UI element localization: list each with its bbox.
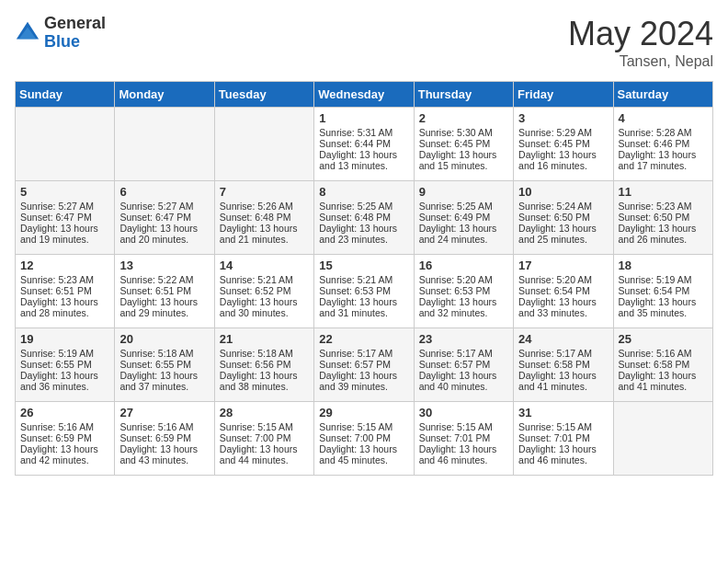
month-year: May 2024 <box>568 15 713 53</box>
day-info-line: Sunrise: 5:15 AM <box>319 421 408 432</box>
day-info-line: Sunset: 6:54 PM <box>518 285 608 296</box>
calendar-cell: 1Sunrise: 5:31 AMSunset: 6:44 PMDaylight… <box>314 108 414 181</box>
calendar-cell: 22Sunrise: 5:17 AMSunset: 6:57 PMDayligh… <box>314 328 414 402</box>
day-info-line: Sunset: 7:01 PM <box>419 432 508 443</box>
day-info-line: Daylight: 13 hours <box>20 443 109 454</box>
day-of-week-header: Thursday <box>414 82 513 108</box>
day-number: 13 <box>119 259 209 272</box>
day-info-line: and 37 minutes. <box>119 381 209 392</box>
day-number: 17 <box>518 259 608 272</box>
day-number: 20 <box>119 332 209 346</box>
day-of-week-header: Wednesday <box>314 82 414 108</box>
day-number: 30 <box>419 406 508 419</box>
day-info-line: Sunset: 6:56 PM <box>220 359 309 370</box>
calendar-cell: 28Sunrise: 5:15 AMSunset: 7:00 PMDayligh… <box>214 402 313 476</box>
day-info-line: Daylight: 13 hours <box>220 443 309 454</box>
day-info-line: and 43 minutes. <box>119 454 209 465</box>
day-info-line: Sunset: 7:00 PM <box>220 432 309 443</box>
day-info-line: Sunrise: 5:15 AM <box>419 421 508 432</box>
day-info-line: Daylight: 13 hours <box>619 296 708 307</box>
calendar-cell: 30Sunrise: 5:15 AMSunset: 7:01 PMDayligh… <box>414 402 513 476</box>
calendar-cell: 12Sunrise: 5:23 AMSunset: 6:51 PMDayligh… <box>16 255 115 328</box>
day-number: 11 <box>619 185 708 199</box>
day-info-line: Sunrise: 5:25 AM <box>419 201 508 212</box>
day-info-line: Sunset: 6:58 PM <box>619 359 708 370</box>
day-info-line: and 30 minutes. <box>220 307 309 318</box>
calendar-cell: 9Sunrise: 5:25 AMSunset: 6:49 PMDaylight… <box>414 181 513 255</box>
calendar-cell: 25Sunrise: 5:16 AMSunset: 6:58 PMDayligh… <box>613 328 712 402</box>
day-number: 3 <box>518 111 608 125</box>
day-info-line: Sunrise: 5:29 AM <box>518 127 608 138</box>
calendar-cell <box>214 108 313 181</box>
day-info-line: Daylight: 13 hours <box>319 296 408 307</box>
day-info-line: and 20 minutes. <box>119 234 209 245</box>
day-info-line: Daylight: 13 hours <box>619 149 708 160</box>
day-info-line: Sunrise: 5:17 AM <box>518 348 608 359</box>
day-info-line: Sunset: 6:58 PM <box>518 359 608 370</box>
day-number: 22 <box>319 332 408 346</box>
day-number: 31 <box>518 406 608 419</box>
day-number: 4 <box>619 111 708 125</box>
day-info-line: Sunset: 7:01 PM <box>518 432 608 443</box>
day-info-line: Sunset: 6:51 PM <box>119 285 209 296</box>
day-info-line: Daylight: 13 hours <box>518 370 608 381</box>
day-info-line: Sunset: 6:48 PM <box>319 212 408 223</box>
day-info-line: and 41 minutes. <box>619 381 708 392</box>
day-number: 16 <box>419 259 508 272</box>
day-info-line: Daylight: 13 hours <box>20 370 109 381</box>
calendar-cell: 7Sunrise: 5:26 AMSunset: 6:48 PMDaylight… <box>214 181 313 255</box>
day-info-line: Sunset: 6:48 PM <box>220 212 309 223</box>
day-info-line: Sunrise: 5:19 AM <box>20 348 109 359</box>
day-info-line: and 16 minutes. <box>518 160 608 171</box>
day-info-line: Sunset: 6:55 PM <box>119 359 209 370</box>
day-number: 9 <box>419 185 508 199</box>
day-info-line: Daylight: 13 hours <box>619 223 708 234</box>
day-of-week-header: Saturday <box>613 82 712 108</box>
day-info-line: and 38 minutes. <box>220 381 309 392</box>
day-info-line: Sunrise: 5:30 AM <box>419 127 508 138</box>
day-info-line: and 21 minutes. <box>220 234 309 245</box>
day-info-line: Sunrise: 5:23 AM <box>20 274 109 285</box>
day-info-line: Daylight: 13 hours <box>119 370 209 381</box>
calendar-cell: 17Sunrise: 5:20 AMSunset: 6:54 PMDayligh… <box>514 255 613 328</box>
logo-general-text: General <box>44 15 106 33</box>
day-info-line: and 36 minutes. <box>20 381 109 392</box>
calendar-week-row: 1Sunrise: 5:31 AMSunset: 6:44 PMDaylight… <box>16 108 713 181</box>
calendar-cell: 14Sunrise: 5:21 AMSunset: 6:52 PMDayligh… <box>214 255 313 328</box>
day-info-line: Sunrise: 5:24 AM <box>518 201 608 212</box>
day-info-line: Sunset: 6:47 PM <box>20 212 109 223</box>
calendar-cell: 24Sunrise: 5:17 AMSunset: 6:58 PMDayligh… <box>514 328 613 402</box>
day-info-line: Sunset: 6:52 PM <box>220 285 309 296</box>
day-info-line: Sunrise: 5:22 AM <box>119 274 209 285</box>
calendar-week-row: 26Sunrise: 5:16 AMSunset: 6:59 PMDayligh… <box>16 402 713 476</box>
calendar-cell: 11Sunrise: 5:23 AMSunset: 6:50 PMDayligh… <box>613 181 712 255</box>
calendar-week-row: 12Sunrise: 5:23 AMSunset: 6:51 PMDayligh… <box>16 255 713 328</box>
day-info-line: Sunrise: 5:17 AM <box>419 348 508 359</box>
day-info-line: Sunrise: 5:26 AM <box>220 201 309 212</box>
day-number: 24 <box>518 332 608 346</box>
title-area: May 2024 Tansen, Nepal <box>568 15 713 70</box>
day-info-line: Sunset: 6:57 PM <box>319 359 408 370</box>
day-info-line: Sunset: 6:57 PM <box>419 359 508 370</box>
calendar-cell: 15Sunrise: 5:21 AMSunset: 6:53 PMDayligh… <box>314 255 414 328</box>
day-info-line: and 42 minutes. <box>20 454 109 465</box>
day-info-line: and 33 minutes. <box>518 307 608 318</box>
day-info-line: Sunrise: 5:28 AM <box>619 127 708 138</box>
day-info-line: and 19 minutes. <box>20 234 109 245</box>
logo-blue-text: Blue <box>44 33 106 52</box>
day-info-line: Daylight: 13 hours <box>518 149 608 160</box>
calendar-cell: 8Sunrise: 5:25 AMSunset: 6:48 PMDaylight… <box>314 181 414 255</box>
day-info-line: Sunrise: 5:20 AM <box>518 274 608 285</box>
day-info-line: and 24 minutes. <box>419 234 508 245</box>
calendar-cell: 19Sunrise: 5:19 AMSunset: 6:55 PMDayligh… <box>16 328 115 402</box>
day-number: 14 <box>220 259 309 272</box>
day-number: 5 <box>20 185 109 199</box>
day-info-line: Daylight: 13 hours <box>419 149 508 160</box>
day-info-line: Sunrise: 5:16 AM <box>20 421 109 432</box>
day-info-line: Sunrise: 5:19 AM <box>619 274 708 285</box>
day-info-line: Sunset: 6:55 PM <box>20 359 109 370</box>
day-info-line: Sunrise: 5:25 AM <box>319 201 408 212</box>
day-info-line: and 32 minutes. <box>419 307 508 318</box>
day-number: 28 <box>220 406 309 419</box>
day-info-line: and 31 minutes. <box>319 307 408 318</box>
